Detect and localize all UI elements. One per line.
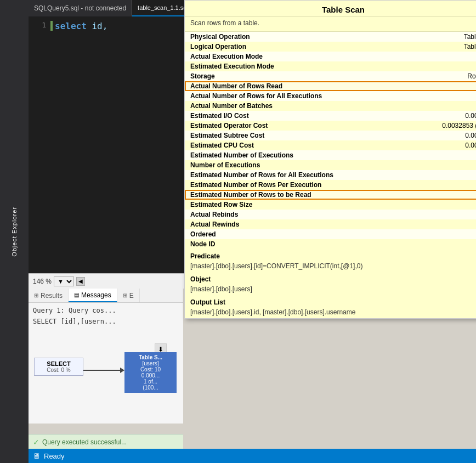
tooltip-row: Estimated I/O Cost0.0032035 bbox=[185, 111, 476, 121]
tooltip-panel: Table Scan Scan rows from a table. Physi… bbox=[184, 0, 476, 319]
tooltip-row: OrderedFalse bbox=[185, 229, 476, 239]
tooltip-row-label: Actual Number of Rows Read bbox=[185, 81, 360, 91]
plan-table-node[interactable]: Table S... [users] Cost: 10 0.000... 1 o… bbox=[124, 352, 177, 393]
tooltip-row: Estimated Number of Rows Per Execution1 bbox=[185, 180, 476, 190]
tooltip-row-label: Estimated Row Size bbox=[185, 200, 360, 210]
success-text: Query executed successful... bbox=[42, 438, 127, 446]
tooltip-predicate-header: Predicate bbox=[185, 249, 476, 262]
success-bar: ✓ Query executed successful... bbox=[29, 434, 183, 449]
tooltip-row-label: Node ID bbox=[185, 239, 360, 249]
tooltip-row-value: 0.0032035 bbox=[360, 111, 476, 121]
tooltip-row-label: Actual Rewinds bbox=[185, 219, 360, 229]
tooltip-row: Estimated Number of Executions1 bbox=[185, 150, 476, 160]
tooltip-row-label: Estimated Number of Rows for All Executi… bbox=[185, 170, 360, 180]
tab-sqlquery5-label: SQLQuery5.sql - not connected bbox=[34, 4, 126, 12]
tooltip-row-value: 0 bbox=[360, 210, 476, 219]
tooltip-row-value: 115 B bbox=[360, 200, 476, 210]
tooltip-row-value: 0.0032853 bbox=[360, 131, 476, 140]
tooltip-row-value: 1 bbox=[360, 180, 476, 190]
zoom-value: 146 % bbox=[33, 278, 52, 285]
messages-icon: ▤ bbox=[74, 292, 79, 298]
results-line-2: SELECT [id],[usern... bbox=[33, 317, 179, 326]
tab-messages[interactable]: ▤ Messages bbox=[69, 289, 117, 302]
plan-table-cost: Cost: 10 bbox=[128, 366, 173, 372]
object-explorer-label: Object Explorer bbox=[11, 207, 18, 257]
tooltip-row-value: 0 bbox=[360, 101, 476, 111]
tooltip-row: Actual Number of Rows for All Executions… bbox=[185, 91, 476, 101]
status-bar: 🖥 Ready bbox=[29, 449, 476, 463]
tooltip-output-header: Output List bbox=[185, 295, 476, 308]
tooltip-row: Actual Number of Batches0 bbox=[185, 101, 476, 111]
tooltip-row-label: Number of Executions bbox=[185, 160, 360, 170]
tooltip-title: Table Scan bbox=[185, 1, 476, 17]
editor-line-numbers: 1 bbox=[29, 16, 50, 274]
scroll-left-arrow[interactable]: ◀ bbox=[76, 277, 85, 286]
tooltip-row: Estimated Execution ModeRow bbox=[185, 61, 476, 71]
tooltip-row-value: 1 bbox=[360, 150, 476, 160]
sql-id-field: id, bbox=[92, 21, 107, 31]
tooltip-row-value: 3 bbox=[360, 81, 476, 91]
results-content-area: Query 1: Query cos... SELECT [id],[usern… bbox=[29, 303, 183, 341]
tooltip-row-value: Table Scan bbox=[360, 32, 476, 42]
object-explorer-sidebar: Object Explorer bbox=[0, 0, 29, 463]
tooltip-predicate-value: [master].[dbo].[users].[id]=CONVERT_IMPL… bbox=[185, 262, 476, 272]
tooltip-row-value: 1 bbox=[360, 91, 476, 101]
tooltip-row: Physical OperationTable Scan bbox=[185, 32, 476, 42]
tooltip-row-label: Actual Number of Batches bbox=[185, 101, 360, 111]
tooltip-row-label: Estimated Subtree Cost bbox=[185, 131, 360, 140]
success-icon: ✓ bbox=[33, 438, 39, 447]
tooltip-object-value: [master].[dbo].[users] bbox=[185, 285, 476, 295]
tooltip-row: Node ID0 bbox=[185, 239, 476, 249]
tab-e-icon: ⊞ bbox=[123, 292, 127, 298]
status-monitor-icon: 🖥 bbox=[33, 451, 41, 460]
tooltip-row-label: Storage bbox=[185, 71, 360, 81]
plan-arrow bbox=[83, 370, 123, 371]
plan-table-extra: 0.000... bbox=[128, 372, 173, 379]
tooltip-row-value: 0.0032853 (100%) bbox=[360, 121, 476, 131]
results-line-1: Query 1: Query cos... bbox=[33, 306, 179, 315]
query-plan-area: ⬇ SELECT Cost: 0 % Table S... [users] Co… bbox=[29, 341, 183, 424]
tooltip-row: Estimated Number of Rows for All Executi… bbox=[185, 170, 476, 180]
tab-e[interactable]: ⊞ E bbox=[117, 289, 140, 302]
plan-select-label: SELECT bbox=[38, 360, 80, 367]
tooltip-row-label: Estimated Operator Cost bbox=[185, 121, 360, 131]
plan-table-detail: [users] bbox=[128, 360, 173, 366]
tooltip-row-label: Physical Operation bbox=[185, 32, 360, 42]
tooltip-row-label: Actual Rebinds bbox=[185, 210, 360, 219]
plan-select-node[interactable]: SELECT Cost: 0 % bbox=[34, 358, 83, 376]
tooltip-row: Estimated Subtree Cost0.0032853 bbox=[185, 131, 476, 140]
status-ready-text: Ready bbox=[44, 452, 65, 460]
tab-results[interactable]: ⊞ Results bbox=[29, 289, 69, 302]
tooltip-row: Actual Rewinds0 bbox=[185, 219, 476, 229]
tooltip-row-value: 0 bbox=[360, 239, 476, 249]
results-grid-icon: ⊞ bbox=[34, 292, 38, 298]
line-number-1: 1 bbox=[29, 21, 46, 29]
tab-e-label: E bbox=[129, 292, 134, 300]
tooltip-row-value: False bbox=[360, 229, 476, 239]
tooltip-row-value: 1 bbox=[360, 170, 476, 180]
tooltip-row-value: RowStore bbox=[360, 71, 476, 81]
tab-results-label: Results bbox=[41, 292, 63, 300]
tab-sqlquery5[interactable]: SQLQuery5.sql - not connected bbox=[29, 0, 132, 16]
tooltip-properties-table: Physical OperationTable ScanLogical Oper… bbox=[185, 32, 476, 249]
tooltip-row-value: 1 bbox=[360, 160, 476, 170]
tooltip-output-value: [master].[dbo].[users].id, [master].[dbo… bbox=[185, 308, 476, 318]
tooltip-row: StorageRowStore bbox=[185, 71, 476, 81]
plan-table-pct: (100... bbox=[128, 385, 173, 391]
tooltip-row-value: Row bbox=[360, 61, 476, 71]
tooltip-row: Actual Rebinds0 bbox=[185, 210, 476, 219]
tooltip-row-label: Estimated Number of Rows Per Execution bbox=[185, 180, 360, 190]
plan-table-title: Table S... bbox=[128, 354, 173, 360]
tooltip-row: Actual Number of Rows Read3 bbox=[185, 81, 476, 91]
tooltip-row-value: 0.0000818 bbox=[360, 140, 476, 150]
tooltip-row: Actual Execution ModeRow bbox=[185, 52, 476, 61]
tooltip-row: Estimated Row Size115 B bbox=[185, 200, 476, 210]
zoom-dropdown[interactable]: ▼ bbox=[54, 276, 74, 286]
tooltip-row-value: Table Scan bbox=[360, 42, 476, 52]
tooltip-row: Estimated CPU Cost0.0000818 bbox=[185, 140, 476, 150]
plan-arrow-head bbox=[120, 368, 124, 373]
sql-select-keyword: select bbox=[55, 21, 87, 31]
tooltip-row-label: Estimated Number of Executions bbox=[185, 150, 360, 160]
tooltip-row-label: Actual Number of Rows for All Executions bbox=[185, 91, 360, 101]
tab-messages-label: Messages bbox=[81, 291, 111, 299]
